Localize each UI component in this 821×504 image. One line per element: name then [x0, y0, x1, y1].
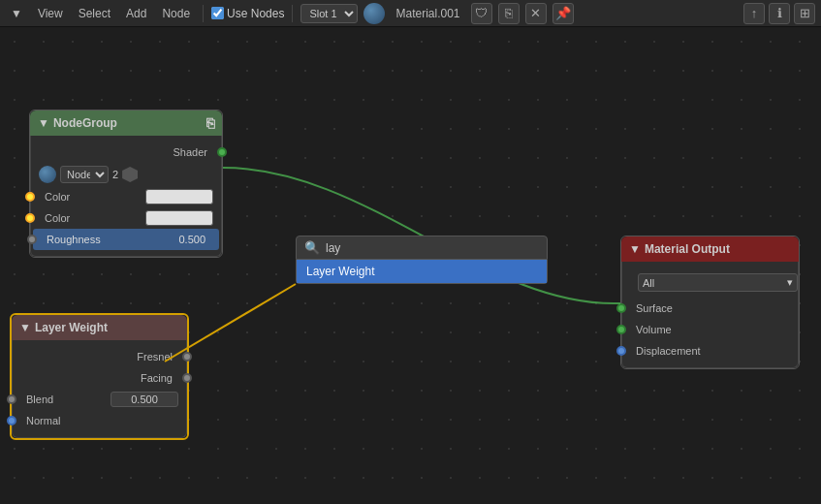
material-output-arrow: ▼ [629, 242, 641, 256]
node-group-globe[interactable] [39, 166, 56, 183]
shader-label: Shader [39, 146, 213, 158]
surface-in-socket[interactable] [616, 303, 626, 313]
normal-in-socket[interactable] [7, 416, 16, 425]
material-output-dropdown-row: All ▾ [622, 268, 798, 298]
toolbar-menu-select[interactable]: Select [74, 5, 115, 22]
node-group-title: NodeGroup [53, 116, 117, 130]
material-output-dropdown-arrow: ▾ [787, 276, 793, 289]
material-output-surface-row: Surface [622, 298, 798, 319]
toolbar: ▼ View Select Add Node Use Nodes Slot 1 … [0, 0, 821, 27]
color1-field[interactable] [145, 189, 213, 205]
displacement-label: Displacement [630, 345, 790, 357]
search-input[interactable] [326, 241, 539, 255]
toolbar-menu-add[interactable]: Add [121, 5, 151, 22]
material-output-title: Material Output [645, 242, 730, 256]
color2-in-socket[interactable] [25, 213, 35, 223]
toolbar-right: ↑ ℹ ⊞ [743, 3, 815, 24]
pin-toolbar-icon[interactable]: 📌 [553, 3, 574, 24]
material-output-dropdown[interactable]: All ▾ [638, 273, 798, 292]
material-output-dropdown-value: All [643, 277, 654, 289]
material-output-volume-row: Volume [622, 319, 798, 340]
toolbar-menu-node[interactable]: Node [157, 5, 195, 22]
node-group-dropdown-row: NodeG 2 [31, 163, 221, 186]
toolbar-sep-2 [292, 5, 293, 22]
node-group-shader-row: Shader [31, 142, 221, 163]
close-toolbar-icon[interactable]: ✕ [525, 3, 547, 24]
toolbar-menu-view[interactable]: View [33, 5, 68, 22]
blend-value[interactable]: 0.500 [111, 392, 178, 407]
grid-icon[interactable]: ⊞ [794, 3, 815, 24]
node-group-shield-icon [122, 167, 138, 182]
use-nodes-checkbox-label[interactable]: Use Nodes [211, 7, 284, 20]
node-canvas[interactable]: ▼ NodeGroup ⎘ Shader NodeG 2 Color [0, 27, 821, 504]
copy-toolbar-icon[interactable]: ⎘ [498, 3, 520, 24]
node-group: ▼ NodeGroup ⎘ Shader NodeG 2 Color [29, 110, 223, 258]
toolbar-sep-1 [203, 5, 204, 22]
fresnel-out-socket[interactable] [182, 352, 192, 362]
node-group-color2-row: Color [31, 207, 221, 229]
fresnel-label: Fresnel [20, 351, 178, 362]
material-output-displacement-row: Displacement [622, 340, 798, 362]
node-material-output: ▼ Material Output All ▾ Surface Volume [620, 236, 800, 369]
roughness-value: 0.500 [178, 234, 211, 245]
displacement-in-socket[interactable] [616, 346, 626, 356]
layer-weight-fresnel-row: Fresnel [13, 346, 186, 367]
layer-weight-title: Layer Weight [35, 321, 108, 334]
color2-label: Color [39, 212, 145, 224]
node-group-type-select[interactable]: NodeG [60, 166, 109, 183]
search-result-layer-weight[interactable]: Layer Weight [297, 260, 547, 283]
search-dropdown: 🔍 Layer Weight [296, 236, 548, 284]
node-group-copy-icon[interactable]: ⎘ [206, 115, 214, 131]
node-material-output-body: All ▾ Surface Volume Displacement [621, 262, 799, 368]
search-icon: 🔍 [304, 240, 320, 255]
up-icon[interactable]: ↑ [743, 3, 765, 24]
slot-select[interactable]: Slot 1 [300, 4, 358, 23]
material-name: Material.001 [391, 5, 464, 22]
layer-weight-blend-row: Blend 0.500 [13, 389, 186, 410]
globe-icon[interactable] [363, 3, 385, 24]
shield-toolbar-icon[interactable]: 🛡 [471, 3, 492, 24]
facing-out-socket[interactable] [182, 373, 192, 383]
layer-weight-normal-row: Normal [13, 410, 186, 431]
toolbar-menu-arrow[interactable]: ▼ [6, 5, 27, 22]
node-layer-weight: ▼ Layer Weight Fresnel Facing Blend 0.50… [10, 313, 189, 440]
search-box: 🔍 [296, 236, 548, 260]
surface-label: Surface [630, 302, 790, 314]
search-results: Layer Weight [296, 260, 548, 284]
node-material-output-header[interactable]: ▼ Material Output [621, 236, 799, 262]
use-nodes-label: Use Nodes [227, 7, 284, 20]
roughness-label: Roughness [41, 234, 178, 245]
node-group-num: 2 [112, 169, 118, 180]
color1-label: Color [39, 191, 145, 203]
layer-weight-arrow: ▼ [19, 321, 31, 334]
volume-in-socket[interactable] [616, 325, 626, 334]
roughness-in-socket[interactable] [27, 235, 37, 244]
shader-out-socket[interactable] [217, 147, 227, 157]
layer-weight-facing-row: Facing [13, 367, 186, 389]
info-icon[interactable]: ℹ [769, 3, 790, 24]
node-layer-weight-body: Fresnel Facing Blend 0.500 Normal [12, 340, 187, 438]
color1-in-socket[interactable] [25, 192, 35, 202]
node-group-arrow: ▼ [38, 116, 49, 130]
use-nodes-checkbox[interactable] [211, 7, 224, 19]
facing-label: Facing [20, 372, 178, 384]
color2-field[interactable] [145, 210, 213, 226]
volume-label: Volume [630, 324, 790, 335]
node-layer-weight-header[interactable]: ▼ Layer Weight [12, 315, 187, 340]
blend-label: Blend [20, 394, 111, 405]
node-group-body: Shader NodeG 2 Color Color [30, 136, 222, 257]
blend-in-socket[interactable] [7, 394, 16, 404]
node-group-roughness-row: Roughness 0.500 [33, 229, 219, 250]
node-group-header[interactable]: ▼ NodeGroup ⎘ [30, 110, 222, 136]
node-group-color1-row: Color [31, 186, 221, 207]
normal-label: Normal [20, 415, 178, 426]
